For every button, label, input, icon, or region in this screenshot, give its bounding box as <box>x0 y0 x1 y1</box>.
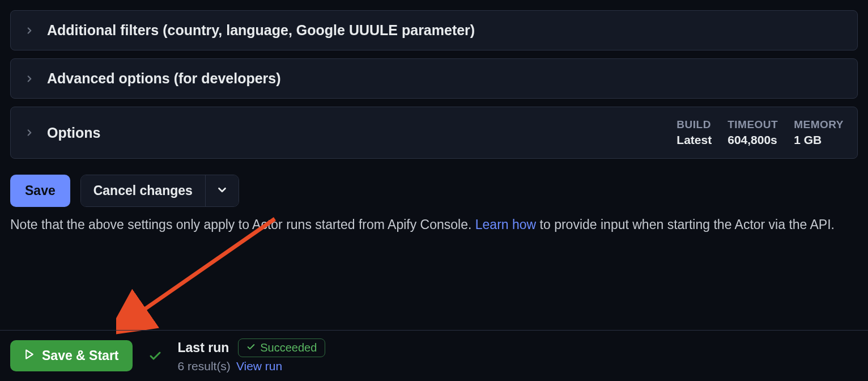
chevron-down-icon <box>216 184 228 198</box>
stat-value: 1 GB <box>794 133 844 147</box>
section-title: Additional filters (country, language, G… <box>47 22 844 39</box>
learn-how-link[interactable]: Learn how <box>475 217 536 232</box>
save-button[interactable]: Save <box>10 175 70 207</box>
memory-stat: MEMORY 1 GB <box>794 118 844 147</box>
button-label: Save & Start <box>42 348 119 363</box>
stat-label: TIMEOUT <box>727 118 778 131</box>
result-count: 6 result(s) <box>178 359 231 373</box>
chevron-right-icon <box>24 74 35 84</box>
section-title: Advanced options (for developers) <box>47 70 844 87</box>
status-badge: Succeeded <box>238 338 325 357</box>
build-stat: BUILD Latest <box>676 118 712 147</box>
stat-value: Latest <box>676 133 712 147</box>
last-run-label: Last run <box>178 340 229 355</box>
stat-value: 604,800s <box>727 133 778 147</box>
footer-bar: Save & Start Last run Succeeded 6 result… <box>0 330 868 381</box>
check-icon <box>246 341 256 354</box>
note-text-post: to provide input when starting the Actor… <box>536 217 835 232</box>
cancel-button[interactable]: Cancel changes <box>81 175 205 206</box>
status-text: Succeeded <box>260 341 317 354</box>
options-section[interactable]: Options BUILD Latest TIMEOUT 604,800s ME… <box>10 107 858 159</box>
section-title: Options <box>47 125 676 141</box>
chevron-right-icon <box>24 128 35 138</box>
check-icon <box>148 349 162 363</box>
chevron-right-icon <box>24 26 35 36</box>
play-icon <box>24 348 35 363</box>
save-and-start-button[interactable]: Save & Start <box>10 340 133 371</box>
timeout-stat: TIMEOUT 604,800s <box>727 118 778 147</box>
svg-marker-2 <box>26 350 33 359</box>
view-run-link[interactable]: View run <box>236 359 282 373</box>
last-run-info: Last run Succeeded 6 result(s) View run <box>178 338 326 373</box>
advanced-options-section[interactable]: Advanced options (for developers) <box>10 58 858 99</box>
cancel-dropdown-button[interactable] <box>205 175 239 206</box>
settings-note: Note that the above settings only apply … <box>10 215 858 240</box>
options-stats: BUILD Latest TIMEOUT 604,800s MEMORY 1 G… <box>676 118 844 147</box>
note-text-pre: Note that the above settings only apply … <box>10 217 475 232</box>
stat-label: MEMORY <box>794 118 844 131</box>
additional-filters-section[interactable]: Additional filters (country, language, G… <box>10 10 858 50</box>
stat-label: BUILD <box>676 118 712 131</box>
cancel-button-group: Cancel changes <box>80 175 239 207</box>
action-buttons: Save Cancel changes <box>10 175 858 207</box>
